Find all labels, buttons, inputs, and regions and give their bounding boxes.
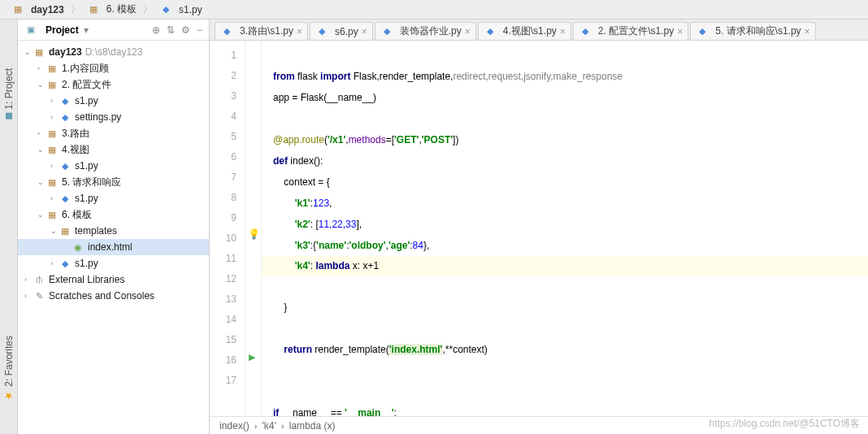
- editor-tab[interactable]: ◆s6.py×: [310, 22, 373, 40]
- python-icon: ◆: [380, 26, 393, 37]
- editor-gutter: 💡 ▶: [245, 41, 262, 416]
- chevron-right-icon: 〉: [141, 2, 154, 16]
- crumb-folder[interactable]: ▦day123: [7, 4, 69, 15]
- editor-tab[interactable]: ◆2. 配置文件\s1.py×: [573, 22, 688, 40]
- left-gutter: 1: Project ★2: Favorites: [0, 20, 18, 434]
- code-editor[interactable]: 1234567891011121314151617 💡 ▶ from flask…: [210, 41, 868, 416]
- star-icon: ★: [3, 390, 15, 401]
- tree-node[interactable]: ⌄▦day123D:\s8\day123: [18, 44, 209, 60]
- tree-node[interactable]: ⌄▦4.视图: [18, 141, 209, 158]
- code-content[interactable]: from flask import Flask,render_template,…: [262, 41, 868, 416]
- crumb-folder-2[interactable]: ▦6. 模板: [82, 2, 141, 16]
- tree-node[interactable]: ›✎Scratches and Consoles: [18, 288, 209, 304]
- python-icon: ◆: [579, 26, 592, 37]
- python-icon: ◆: [484, 26, 497, 37]
- tree-node[interactable]: ⌄▦templates: [18, 223, 209, 239]
- folder-icon: ▦: [87, 4, 100, 15]
- breadcrumb: ▦day123 〉 ▦6. 模板 〉 ◆s1.py: [0, 0, 868, 20]
- editor-tab[interactable]: ◆5. 请求和响应\s1.py×: [690, 22, 815, 40]
- folder-icon: ▦: [11, 4, 24, 15]
- tree-node[interactable]: ›▦3.路由: [18, 125, 209, 141]
- favorites-tool-tab[interactable]: ★2: Favorites: [3, 336, 15, 401]
- tree-node[interactable]: ›◆s1.py: [18, 93, 209, 109]
- project-panel: ▣ Project ▾ ⊕ ⇅ ⚙ − ⌄▦day123D:\s8\day123…: [18, 20, 210, 434]
- editor-tab[interactable]: ◆装饰器作业.py×: [375, 22, 476, 40]
- close-icon[interactable]: ×: [297, 26, 302, 37]
- python-icon: ◆: [696, 26, 709, 37]
- watermark: https://blog.csdn.net/@51CTO博客: [710, 417, 860, 431]
- editor-tab[interactable]: ◆3.路由\s1.py×: [215, 22, 308, 40]
- project-icon: [6, 113, 12, 119]
- panel-header: ▣ Project ▾ ⊕ ⇅ ⚙ −: [18, 20, 209, 41]
- gear-icon[interactable]: ⚙: [181, 24, 190, 36]
- close-icon[interactable]: ×: [677, 26, 683, 37]
- tree-node[interactable]: ›◆s1.py: [18, 190, 209, 206]
- tree-node[interactable]: ›◆settings.py: [18, 109, 209, 125]
- python-icon: ◆: [220, 26, 233, 37]
- hide-icon[interactable]: −: [197, 24, 202, 36]
- close-icon[interactable]: ×: [805, 26, 810, 37]
- run-icon[interactable]: ▶: [249, 352, 255, 362]
- python-icon: ◆: [315, 26, 328, 37]
- chevron-right-icon: 〉: [69, 2, 82, 16]
- dropdown-icon[interactable]: ▾: [84, 24, 89, 36]
- close-icon[interactable]: ×: [465, 26, 471, 37]
- project-icon: ▣: [24, 24, 37, 36]
- close-icon[interactable]: ×: [362, 26, 367, 37]
- editor-tab[interactable]: ◆4.视图\s1.py×: [478, 22, 571, 40]
- tree-node[interactable]: ›◆s1.py: [18, 158, 209, 174]
- tree-node[interactable]: ⌄▦6. 模板: [18, 206, 209, 223]
- editor-tabs: ◆3.路由\s1.py×◆s6.py×◆装饰器作业.py×◆4.视图\s1.py…: [210, 20, 868, 41]
- collapse-icon[interactable]: ⇅: [167, 24, 175, 36]
- crumb-file[interactable]: ◆s1.py: [154, 4, 207, 15]
- bulb-icon[interactable]: 💡: [248, 228, 260, 240]
- tree-node[interactable]: ›▦1.内容回顾: [18, 60, 209, 76]
- tree-node[interactable]: ◉index.html: [18, 239, 209, 255]
- panel-title: Project: [46, 24, 79, 36]
- tree-node[interactable]: ›⫛External Libraries: [18, 271, 209, 288]
- close-icon[interactable]: ×: [560, 26, 566, 37]
- project-tool-tab[interactable]: 1: Project: [3, 68, 15, 119]
- tree-node[interactable]: ⌄▦5. 请求和响应: [18, 174, 209, 190]
- python-icon: ◆: [159, 4, 172, 15]
- main-area: 1: Project ★2: Favorites ▣ Project ▾ ⊕ ⇅…: [0, 20, 868, 434]
- tree-node[interactable]: ⌄▦2. 配置文件: [18, 76, 209, 93]
- tree-node[interactable]: ›◆s1.py: [18, 255, 209, 271]
- line-numbers: 1234567891011121314151617: [210, 41, 245, 416]
- locate-icon[interactable]: ⊕: [152, 24, 160, 36]
- project-tree[interactable]: ⌄▦day123D:\s8\day123›▦1.内容回顾⌄▦2. 配置文件›◆s…: [18, 41, 209, 434]
- editor-area: ◆3.路由\s1.py×◆s6.py×◆装饰器作业.py×◆4.视图\s1.py…: [210, 20, 868, 434]
